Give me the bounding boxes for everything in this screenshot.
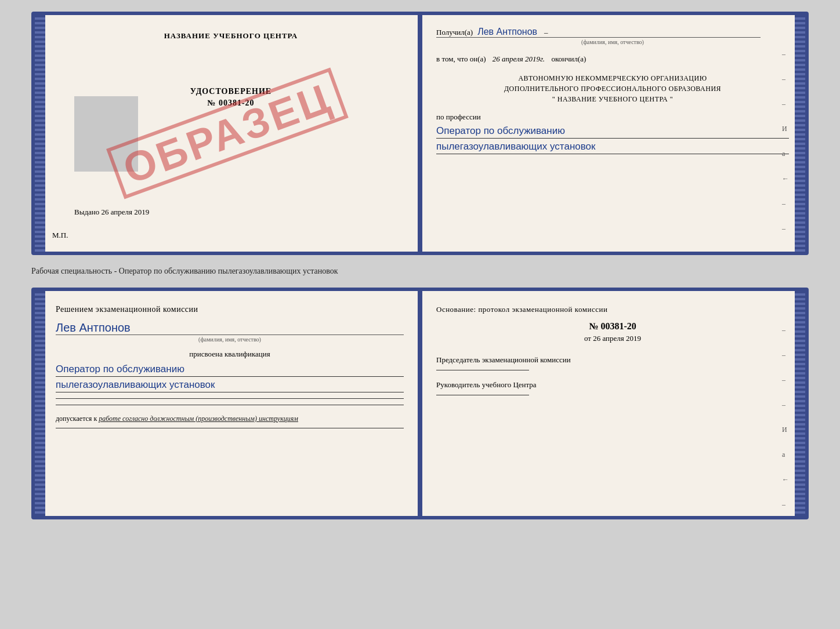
- profession-label: по профессии: [436, 112, 789, 122]
- received-label: Получил(а): [436, 28, 473, 37]
- top-right-page: Получил(а) Лев Антпонов – (фамилия, имя,…: [420, 15, 805, 252]
- bottom-left-page: Решением экзаменационной комиссии Лев Ан…: [35, 291, 420, 516]
- protocol-date-prefix: от: [584, 334, 591, 343]
- person-name: Лев Антпонов: [56, 321, 404, 335]
- head-signature-line: [436, 395, 529, 395]
- recipient-name: Лев Антпонов: [477, 27, 537, 37]
- qualification-label: присвоена квалификация: [56, 350, 404, 359]
- protocol-number: № 00381-20: [436, 321, 789, 332]
- mp-label: М.П.: [52, 231, 68, 240]
- issued-date-value: 26 апреля 2019: [102, 208, 150, 216]
- allow-label-text: допускается к: [56, 415, 97, 423]
- fio-label-bottom: (фамилия, имя, отчество): [56, 336, 404, 343]
- blank-line-1: [56, 398, 404, 399]
- profession-line2: пылегазоулавливающих установок: [436, 140, 789, 154]
- top-certificate-book: НАЗВАНИЕ УЧЕБНОГО ЦЕНТРА ОБРАЗЕЦ УДОСТОВ…: [31, 12, 809, 255]
- bottom-certificate-book: Решением экзаменационной комиссии Лев Ан…: [31, 288, 809, 519]
- school-name-title: НАЗВАНИЕ УЧЕБНОГО ЦЕНТРА: [56, 31, 406, 41]
- org-line3: " НАЗВАНИЕ УЧЕБНОГО ЦЕНТРА ": [436, 94, 789, 104]
- cert-type-label: УДОСТОВЕРЕНИЕ: [56, 87, 406, 96]
- top-left-page: НАЗВАНИЕ УЧЕБНОГО ЦЕНТРА ОБРАЗЕЦ УДОСТОВ…: [35, 15, 420, 252]
- photo-placeholder: [74, 96, 138, 172]
- completed-label: окончил(а): [551, 54, 586, 63]
- allow-label: допускается к работе согласно должностны…: [56, 415, 404, 423]
- bottom-right-page: Основание: протокол экзаменационной коми…: [420, 291, 805, 516]
- issued-date: Выдано 26 апреля 2019: [74, 208, 149, 217]
- head-block: Руководитель учебного Центра: [436, 380, 789, 395]
- protocol-date-value: 26 апреля 2019: [593, 334, 641, 343]
- date-prefix: в том, что он(а): [436, 54, 486, 63]
- subtitle: Рабочая специальность - Оператор по обсл…: [31, 262, 809, 281]
- org-line1: АВТОНОМНУЮ НЕКОММЕРЧЕСКУЮ ОРГАНИЗАЦИЮ: [436, 73, 789, 83]
- protocol-date: от 26 апреля 2019: [436, 334, 789, 343]
- decision-text: Решением экзаменационной комиссии: [56, 305, 404, 314]
- allow-value: работе согласно должностным (производств…: [99, 415, 298, 423]
- basis-label: Основание: протокол экзаменационной коми…: [436, 305, 789, 314]
- org-line2: ДОПОЛНИТЕЛЬНОГО ПРОФЕССИОНАЛЬНОГО ОБРАЗО…: [436, 83, 789, 94]
- issued-label: Выдано: [74, 208, 99, 216]
- document-container: НАЗВАНИЕ УЧЕБНОГО ЦЕНТРА ОБРАЗЕЦ УДОСТОВ…: [31, 12, 809, 519]
- chairman-signature-line: [436, 370, 529, 370]
- blank-line-3: [56, 428, 404, 428]
- bottom-profession-line1: Оператор по обслуживанию: [56, 362, 404, 377]
- date-value: 26 апреля 2019г.: [493, 54, 545, 63]
- fio-label-top: (фамилия, имя, отчество): [436, 39, 789, 45]
- org-block: АВТОНОМНУЮ НЕКОММЕРЧЕСКУЮ ОРГАНИЗАЦИЮ ДО…: [436, 73, 789, 104]
- profession-line1: Оператор по обслуживанию: [436, 124, 789, 139]
- bottom-right-edge-labels: – – – – И а ← – – – –: [782, 326, 789, 519]
- bottom-profession-line2: пылегазоулавливающих установок: [56, 378, 404, 392]
- chairman-block: Председатель экзаменационной комиссии: [436, 355, 789, 370]
- date-line: в том, что он(а) 26 апреля 2019г. окончи…: [436, 54, 789, 64]
- head-label: Руководитель учебного Центра: [436, 380, 789, 390]
- right-edge-labels: – – – И а ← – – – –: [782, 50, 789, 255]
- chairman-label: Председатель экзаменационной комиссии: [436, 355, 789, 365]
- blank-line-2: [56, 405, 404, 405]
